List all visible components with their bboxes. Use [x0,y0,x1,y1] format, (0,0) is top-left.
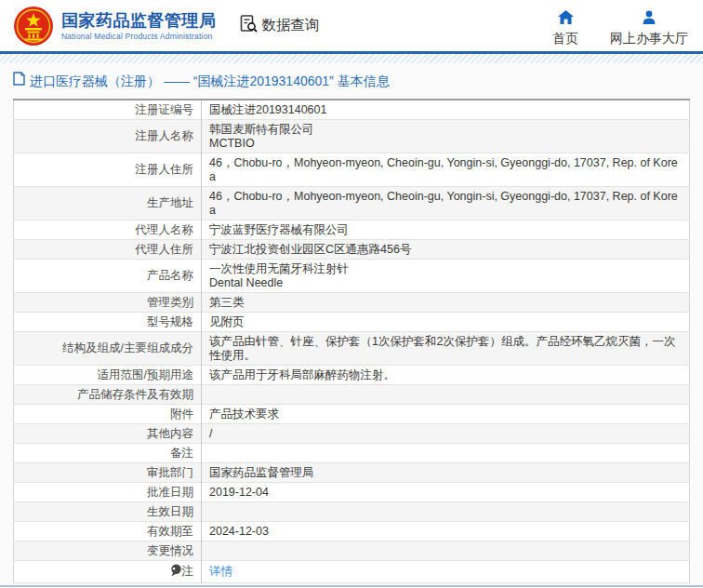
row-label: 其他内容 [147,427,193,440]
row-value-cell: 一次性使用无菌牙科注射针 Dental Needle [202,260,690,293]
row-label-cell: 其他内容 [14,424,202,444]
row-label-cell: 适用范围/预期用途 [14,366,202,385]
document-search-icon [239,14,259,37]
row-value: 该产品由针管、针座、保护套（1次保护套和2次保护套）组成。产品经环氧乙烷灭菌，一… [209,335,675,362]
row-value-cell: 见附页 [202,313,690,332]
row-value-cell: 该产品用于牙科局部麻醉药物注射。 [202,366,690,385]
row-label: 注 [182,565,194,578]
row-value: 一次性使用无菌牙科注射针 Dental Needle [209,262,349,289]
brand-title: 国家药品监督管理局 [61,10,217,31]
row-value-cell: / [202,424,690,444]
nav-home-label: 首页 [552,31,578,46]
row-label: 型号规格 [147,315,193,328]
row-value-cell: 46，Chobu-ro，Mohyeon-myeon, Cheoin-gu, Yo… [202,187,690,220]
row-label-cell: 产品名称 [14,260,202,293]
national-emblem-icon [13,6,54,47]
row-value: 46，Chobu-ro，Mohyeon-myeon, Cheoin-gu, Yo… [209,156,678,183]
row-value: 第三类 [209,296,245,309]
table-row: 变更情况 [14,541,690,561]
row-label-cell: 注册人名称 [14,120,202,154]
row-value-cell: 产品技术要求 [202,405,690,424]
row-value-cell: 第三类 [202,293,690,313]
row-label: 备注 [170,447,193,460]
nav-home[interactable]: 首页 [552,7,578,46]
table-row: 注册人住所 46，Chobu-ro，Mohyeon-myeon, Cheoin-… [14,154,690,187]
site-header: 国家药品监督管理局 National Medical Products Admi… [0,0,703,54]
row-label-cell: 注册人住所 [14,154,202,187]
row-label: 产品名称 [147,269,193,282]
main-content: 进口医疗器械（注册） —— “国械注进20193140601” 基本信息 注册证… [0,63,703,583]
row-label: 结构及组成/主要组成成分 [62,341,193,354]
note-icon [170,564,181,581]
row-label-cell: 变更情况 [14,541,202,561]
table-row: 产品储存条件及有效期 [14,385,690,405]
row-value: 国械注进20193140601 [209,103,326,116]
row-value-cell [202,502,690,522]
row-value-cell [202,444,690,463]
data-query-label: 数据查询 [262,16,320,35]
row-value-cell: 46，Chobu-ro，Mohyeon-myeon, Cheoin-gu, Yo… [202,154,690,187]
nav-service-hall-label: 网上办事大厅 [610,31,688,46]
row-value-cell: 宁波江北投资创业园区C区通惠路456号 [202,240,690,260]
row-value: 2019-12-04 [209,486,269,499]
table-row: 代理人名称 宁波蓝野医疗器械有限公司 [14,220,690,240]
home-icon [558,10,574,28]
brand-subtitle: National Medical Products Administration [61,31,217,42]
row-label-cell: 注 [14,561,202,583]
row-value-cell: 2019-12-04 [202,483,690,502]
brand[interactable]: 国家药品监督管理局 National Medical Products Admi… [61,10,217,42]
table-row: 管理类别 第三类 [14,293,690,313]
row-label: 管理类别 [147,296,193,309]
nav-service-hall[interactable]: 网上办事大厅 [610,7,688,46]
row-value-cell: 该产品由针管、针座、保护套（1次保护套和2次保护套）组成。产品经环氧乙烷灭菌，一… [202,332,690,366]
nmpa-logo[interactable] [13,6,54,47]
row-label: 生效日期 [147,505,193,518]
row-label-cell: 附件 [14,405,202,424]
row-label-cell: 批准日期 [14,483,202,502]
table-row: 生效日期 [14,502,690,522]
row-value-cell [202,541,690,561]
info-table-body: 注册证编号 国械注进20193140601 注册人名称 韩国麦斯特有限公司 MC… [14,100,690,583]
row-label-cell: 产品储存条件及有效期 [14,385,202,405]
row-value: 该产品用于牙科局部麻醉药物注射。 [209,368,395,381]
row-value-cell: 国械注进20193140601 [202,100,690,120]
info-table: 注册证编号 国械注进20193140601 注册人名称 韩国麦斯特有限公司 MC… [13,99,690,583]
breadcrumb-text: 进口医疗器械（注册） —— “国械注进20193140601” 基本信息 [30,72,390,90]
row-label: 注册人名称 [136,129,194,142]
row-value: 2024-12-03 [209,525,269,538]
row-value-cell: 韩国麦斯特有限公司 MCTBIO [202,120,690,154]
row-label: 批准日期 [147,486,193,499]
bottom-divider [0,585,703,587]
user-icon [642,10,657,28]
table-row: 附件 产品技术要求 [14,405,690,424]
row-value: 韩国麦斯特有限公司 MCTBIO [209,123,314,150]
row-label-cell: 备注 [14,444,202,463]
row-label: 注册证编号 [136,103,194,116]
table-row: 批准日期 2019-12-04 [14,483,690,502]
row-label: 附件 [170,408,193,421]
row-label: 产品储存条件及有效期 [77,388,193,401]
table-row: 备注 [14,444,690,463]
decorative-stripe-band [0,54,703,63]
row-label: 生产地址 [147,196,193,209]
row-label-cell: 审批部门 [14,463,202,483]
row-value-cell: 国家药品监督管理局 [202,463,690,483]
table-row: 注册人名称 韩国麦斯特有限公司 MCTBIO [14,120,690,154]
details-link[interactable]: 详情 [209,565,232,578]
table-row: 生产地址 46，Chobu-ro，Mohyeon-myeon, Cheoin-g… [14,187,690,220]
page: 国家药品监督管理局 National Medical Products Admi… [0,0,703,588]
row-value: 宁波蓝野医疗器械有限公司 [209,223,349,236]
row-label-cell: 代理人住所 [14,240,202,260]
row-value: 46，Chobu-ro，Mohyeon-myeon, Cheoin-gu, Yo… [209,190,678,217]
row-value: 产品技术要求 [209,408,279,421]
row-label: 代理人名称 [136,223,194,236]
data-query-link[interactable]: 数据查询 [239,14,320,37]
row-label-cell: 生效日期 [14,502,202,522]
table-row: 结构及组成/主要组成成分 该产品由针管、针座、保护套（1次保护套和2次保护套）组… [14,332,690,366]
row-label-cell: 结构及组成/主要组成成分 [14,332,202,366]
row-label: 代理人住所 [136,243,194,256]
table-row: 注 详情 [14,561,690,583]
row-value-cell: 详情 [202,561,690,583]
row-value-cell: 宁波蓝野医疗器械有限公司 [202,220,690,240]
table-row: 适用范围/预期用途 该产品用于牙科局部麻醉药物注射。 [14,366,690,385]
